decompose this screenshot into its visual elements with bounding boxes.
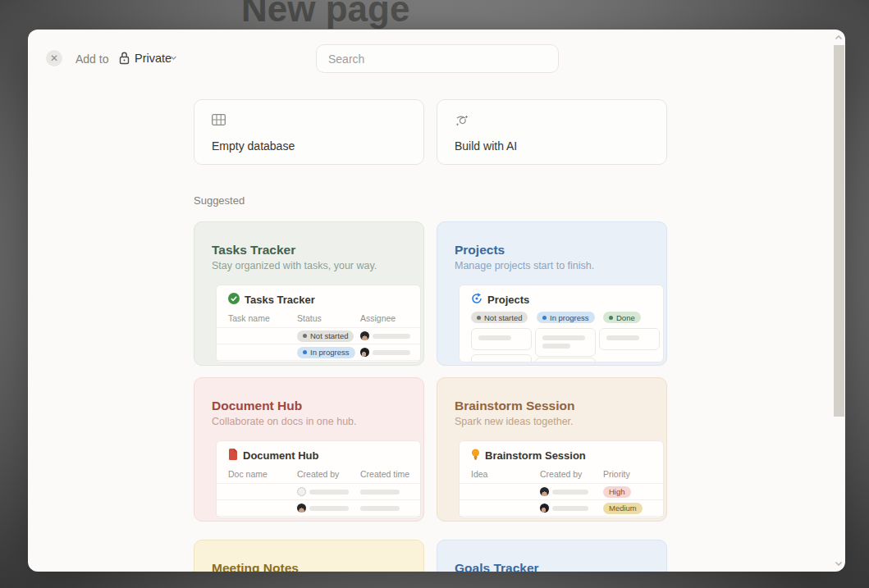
table-row: Done bbox=[217, 360, 420, 362]
preview-title: Document Hub bbox=[243, 449, 318, 462]
template-name: Projects bbox=[455, 243, 505, 258]
avatar bbox=[360, 331, 369, 340]
preview-title: Projects bbox=[487, 294, 529, 306]
template-desc: Spark new ideas together. bbox=[455, 416, 574, 427]
template-name: Goals Tracker bbox=[455, 561, 539, 572]
table-row: High bbox=[460, 483, 663, 499]
scrollbar-thumb[interactable] bbox=[834, 45, 844, 417]
template-name: Brainstorm Session bbox=[455, 399, 574, 413]
empty-database-label: Empty database bbox=[212, 139, 295, 153]
status-badge: Not started bbox=[297, 330, 354, 342]
table-icon bbox=[212, 114, 226, 129]
status-badge: In progress bbox=[297, 347, 355, 358]
table-row: In progress bbox=[217, 344, 420, 360]
search-input[interactable] bbox=[316, 44, 559, 73]
chevron-down-icon[interactable] bbox=[170, 54, 177, 62]
template-name: Meeting Notes bbox=[212, 561, 299, 572]
template-preview: Tasks Tracker Task name Status Assignee … bbox=[216, 285, 421, 362]
lock-icon bbox=[118, 51, 130, 66]
template-card-meeting-notes[interactable]: Meeting Notes bbox=[194, 540, 424, 572]
check-circle-icon bbox=[228, 293, 240, 307]
board-card bbox=[471, 328, 532, 350]
build-with-ai-card[interactable]: Build with AI bbox=[437, 99, 667, 165]
template-card-document-hub[interactable]: Document Hub Collaborate on docs in one … bbox=[194, 377, 424, 522]
table-row: Low bbox=[460, 516, 663, 518]
add-to-label: Add to bbox=[75, 52, 108, 66]
template-preview: Projects Not started In progress Done bbox=[459, 285, 664, 362]
column-headers: Task name Status Assignee bbox=[217, 307, 420, 327]
table-row: Medium bbox=[460, 499, 663, 516]
close-icon: ✕ bbox=[50, 52, 58, 64]
empty-database-card[interactable]: Empty database bbox=[194, 99, 424, 165]
preview-title: Brainstorm Session bbox=[485, 449, 586, 462]
avatar bbox=[297, 504, 306, 513]
board-group-badge: Done bbox=[603, 312, 641, 323]
board-group-badge: Not started bbox=[471, 312, 528, 323]
build-with-ai-label: Build with AI bbox=[455, 139, 517, 153]
template-name: Tasks Tracker bbox=[212, 243, 295, 258]
template-preview: Document Hub Doc name Created by Created… bbox=[216, 440, 421, 518]
template-desc: Stay organized with tasks, your way. bbox=[212, 260, 377, 271]
template-card-brainstorm-session[interactable]: Brainstorm Session Spark new ideas toget… bbox=[437, 377, 667, 522]
table-row bbox=[217, 483, 420, 499]
avatar bbox=[540, 487, 549, 496]
lightbulb-icon bbox=[471, 449, 480, 463]
avatar bbox=[360, 348, 369, 357]
template-desc: Manage projects start to finish. bbox=[455, 260, 594, 271]
template-preview: Brainstorm Session Idea Created by Prior… bbox=[459, 440, 664, 518]
template-card-tasks-tracker[interactable]: Tasks Tracker Stay organized with tasks,… bbox=[194, 221, 424, 366]
scroll-up-arrow[interactable] bbox=[835, 34, 843, 42]
add-to-modal: ✕ Add to Private Empty database bbox=[28, 30, 845, 572]
table-row bbox=[217, 499, 420, 516]
avatar bbox=[297, 487, 306, 496]
privacy-selector[interactable]: Private bbox=[135, 52, 172, 65]
close-button[interactable]: ✕ bbox=[46, 50, 62, 66]
scroll-down-arrow[interactable] bbox=[835, 559, 843, 567]
board-card bbox=[535, 358, 596, 362]
preview-title: Tasks Tracker bbox=[245, 294, 315, 306]
cycle-icon bbox=[471, 293, 483, 307]
column-headers: Idea Created by Priority bbox=[460, 463, 663, 483]
board-group-badge: In progress bbox=[537, 312, 595, 323]
template-card-projects[interactable]: Projects Manage projects start to finish… bbox=[437, 221, 667, 366]
template-card-goals-tracker[interactable]: Goals Tracker bbox=[437, 540, 667, 572]
board-card bbox=[535, 328, 596, 357]
suggested-heading: Suggested bbox=[194, 194, 245, 207]
table-row: Not started bbox=[217, 327, 420, 344]
template-name: Document Hub bbox=[212, 399, 302, 413]
board-card bbox=[471, 354, 532, 362]
table-row bbox=[217, 516, 420, 518]
ai-sparkle-icon bbox=[455, 114, 469, 130]
document-icon bbox=[228, 449, 238, 463]
column-headers: Doc name Created by Created time bbox=[217, 463, 420, 483]
template-desc: Collaborate on docs in one hub. bbox=[212, 416, 357, 427]
priority-badge: High bbox=[603, 486, 631, 498]
avatar bbox=[540, 504, 549, 513]
priority-badge: Medium bbox=[603, 503, 643, 514]
board-card bbox=[599, 328, 660, 350]
